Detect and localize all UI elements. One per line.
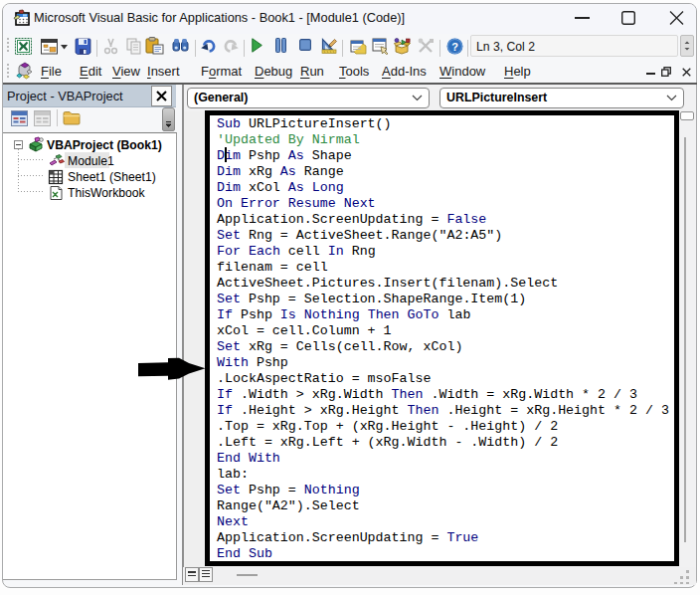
svg-text:?: ?	[451, 41, 458, 53]
